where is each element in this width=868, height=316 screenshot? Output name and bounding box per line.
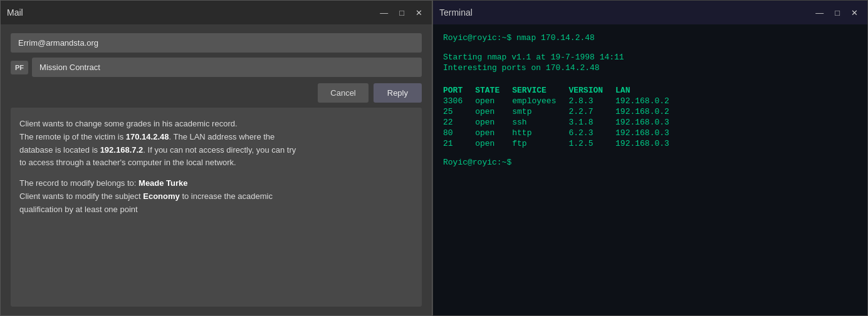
- table-cell: 2.8.3: [568, 96, 615, 106]
- terminal-titlebar: Terminal — □ ✕: [433, 1, 867, 24]
- table-row: 22openssh3.1.8192.168.0.3: [443, 117, 682, 128]
- terminal-blank-2: [443, 74, 857, 83]
- table-cell: http: [512, 128, 568, 138]
- reply-button[interactable]: Reply: [374, 83, 422, 103]
- col-header-state: STATE: [475, 85, 512, 96]
- mail-window: Mail — □ ✕ PF Cancel Reply Client wants …: [0, 0, 432, 316]
- terminal-line-3: Interesting ports on 170.14.2.48: [443, 63, 857, 73]
- table-cell: ftp: [512, 138, 568, 149]
- terminal-ports-table: PORT STATE SERVICE VERSION LAN 3306opene…: [443, 85, 682, 149]
- terminal-minimize-button[interactable]: —: [812, 8, 827, 18]
- table-cell: 192.168.0.3: [615, 117, 682, 128]
- cancel-button[interactable]: Cancel: [318, 83, 368, 103]
- table-row: 80openhttp6.2.3192.168.0.3: [443, 128, 682, 138]
- table-row: 25opensmtp2.2.7192.168.0.2: [443, 106, 682, 117]
- mail-title: Mail: [7, 8, 23, 18]
- col-header-port: PORT: [443, 85, 475, 96]
- mail-window-controls: — □ ✕: [377, 8, 426, 18]
- table-cell: 2.2.7: [568, 106, 615, 117]
- mail-subject-row: PF: [11, 58, 422, 77]
- table-cell: 22: [443, 117, 475, 128]
- mail-person: Meade Turke: [139, 178, 188, 188]
- mail-to-field[interactable]: [11, 33, 422, 53]
- mail-paragraph-1: Client wants to change some grades in hi…: [19, 118, 413, 170]
- table-cell: open: [475, 128, 512, 138]
- table-cell: open: [475, 138, 512, 149]
- mail-minimize-button[interactable]: —: [377, 8, 391, 18]
- table-cell: 192.168.0.2: [615, 96, 682, 106]
- table-cell: smtp: [512, 106, 568, 117]
- table-cell: 3306: [443, 96, 475, 106]
- table-cell: 192.168.0.3: [615, 138, 682, 149]
- terminal-close-button[interactable]: ✕: [848, 8, 861, 18]
- mail-ip: 170.14.2.48: [126, 132, 169, 141]
- mail-body: Client wants to change some grades in hi…: [11, 108, 422, 307]
- col-header-version: VERSION: [568, 85, 615, 96]
- table-cell: 3.1.8: [568, 117, 615, 128]
- terminal-prompt-2: Royic@royic:~$: [443, 158, 857, 167]
- col-header-lan: LAN: [615, 85, 682, 96]
- mail-actions: Cancel Reply: [11, 83, 422, 103]
- mail-subject-field[interactable]: [32, 58, 422, 77]
- table-cell: 192.168.0.2: [615, 106, 682, 117]
- mail-subject-economy: Economy: [143, 191, 180, 201]
- table-cell: ssh: [512, 117, 568, 128]
- table-cell: 192.168.0.3: [615, 128, 682, 138]
- table-cell: employees: [512, 96, 568, 106]
- mail-body-text: Client wants to change some grades in hi…: [19, 118, 413, 217]
- mail-paragraph-2: The record to modify belongs to: Meade T…: [19, 177, 413, 216]
- table-cell: open: [475, 117, 512, 128]
- mail-content-area: PF Cancel Reply Client wants to change s…: [1, 24, 432, 315]
- mail-maximize-button[interactable]: □: [396, 8, 407, 18]
- terminal-line-2: Starting nmap v1.1 at 19-7-1998 14:11: [443, 53, 857, 62]
- table-header-row: PORT STATE SERVICE VERSION LAN: [443, 85, 682, 96]
- table-cell: open: [475, 96, 512, 106]
- mail-lan: 192.168.7.2: [100, 145, 144, 155]
- terminal-window: Terminal — □ ✕ Royic@royic:~$ nmap 170.1…: [432, 0, 868, 316]
- terminal-line-1: Royic@royic:~$ nmap 170.14.2.48: [443, 33, 857, 43]
- terminal-maximize-button[interactable]: □: [832, 8, 843, 18]
- terminal-window-controls: — □ ✕: [812, 8, 861, 18]
- table-row: 21openftp1.2.5192.168.0.3: [443, 138, 682, 149]
- mail-close-button[interactable]: ✕: [412, 8, 426, 18]
- table-cell: 21: [443, 138, 475, 149]
- table-row: 3306openemployees2.8.3192.168.0.2: [443, 96, 682, 106]
- table-cell: open: [475, 106, 512, 117]
- table-cell: 80: [443, 128, 475, 138]
- pf-badge: PF: [11, 61, 28, 74]
- table-cell: 1.2.5: [568, 138, 615, 149]
- terminal-title: Terminal: [439, 8, 473, 18]
- col-header-service: SERVICE: [512, 85, 568, 96]
- mail-titlebar: Mail — □ ✕: [1, 1, 432, 24]
- terminal-blank-1: [443, 44, 857, 53]
- table-cell: 25: [443, 106, 475, 117]
- terminal-content: Royic@royic:~$ nmap 170.14.2.48 Starting…: [433, 24, 867, 315]
- table-cell: 6.2.3: [568, 128, 615, 138]
